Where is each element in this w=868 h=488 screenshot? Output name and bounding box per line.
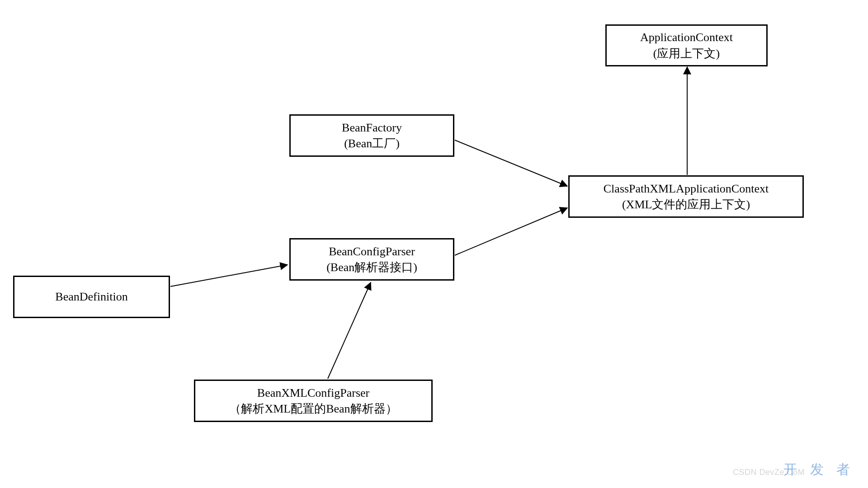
edge-beanxmlconfigparser-to-beanconfigparser [328, 282, 371, 379]
node-classpath-xml-application-context: ClassPathXMLApplicationContext (XML文件的应用… [568, 175, 804, 218]
node-bean-xml-config-parser: BeanXMLConfigParser （解析XML配置的Bean解析器） [194, 380, 433, 422]
edge-beandefinition-to-beanconfigparser [170, 265, 288, 286]
node-subtitle: (XML文件的应用上下文) [622, 197, 750, 212]
diagram-canvas: ApplicationContext (应用上下文) BeanFactory (… [0, 0, 868, 488]
node-title: BeanXMLConfigParser [257, 385, 369, 401]
watermark-brand: 开 发 者 [783, 460, 854, 479]
node-bean-config-parser: BeanConfigParser (Bean解析器接口) [289, 238, 454, 281]
node-title: ClassPathXMLApplicationContext [604, 181, 769, 197]
node-title: BeanConfigParser [329, 244, 415, 259]
node-title: ApplicationContext [640, 29, 733, 45]
node-subtitle: (应用上下文) [653, 46, 720, 61]
node-application-context: ApplicationContext (应用上下文) [605, 24, 768, 66]
node-subtitle: （解析XML配置的Bean解析器） [229, 401, 397, 417]
node-title: BeanFactory [342, 120, 402, 136]
edge-beanconfigparser-to-cpxac [455, 208, 567, 255]
node-subtitle: (Bean工厂) [344, 136, 400, 151]
node-bean-factory: BeanFactory (Bean工厂) [289, 114, 454, 157]
node-title: BeanDefinition [55, 289, 127, 305]
node-subtitle: (Bean解析器接口) [326, 259, 417, 275]
node-bean-definition: BeanDefinition [13, 276, 170, 318]
edge-beanfactory-to-cpxac [455, 140, 567, 186]
